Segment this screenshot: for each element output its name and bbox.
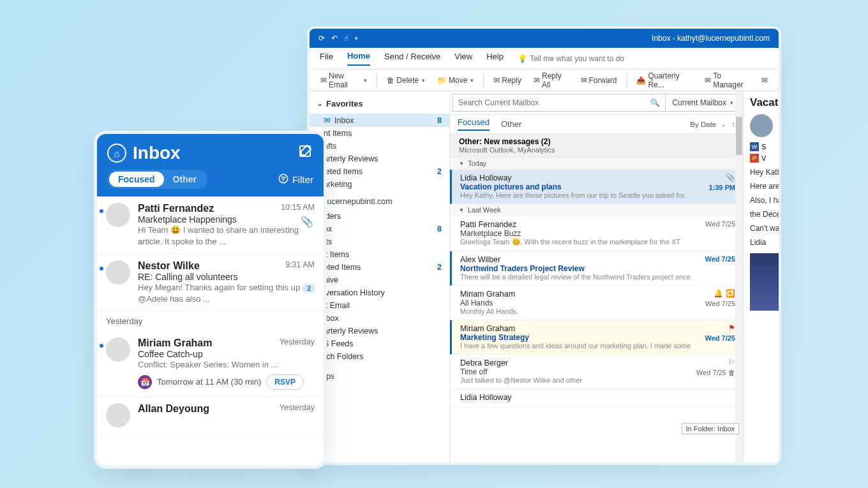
folder-item[interactable]: nt Items	[310, 127, 449, 140]
mobile-time: Yesterday	[280, 403, 315, 412]
quick-step-quarterly[interactable]: 📤 Quarterly Re...	[632, 71, 697, 89]
message-preview: Greetings Team 😊, With the recent buzz i…	[460, 238, 734, 246]
attachment-word[interactable]: W S	[750, 142, 774, 151]
message-from: Miriam Graham	[460, 324, 734, 333]
compose-button[interactable]	[298, 144, 313, 162]
flag-outline-icon: ⚐	[728, 358, 735, 367]
message-preview: Just talked to @Nestor Wilke and other	[460, 376, 734, 384]
groups-header[interactable]: oups	[310, 363, 449, 385]
move-button[interactable]: 📁 Move ▾	[433, 76, 478, 85]
message-from: Lidia Holloway	[460, 393, 734, 402]
reading-body-line: Can't wa	[750, 224, 774, 233]
tab-file[interactable]: File	[320, 52, 333, 65]
forward-button[interactable]: ✉ Forward	[576, 76, 622, 85]
tab-send-receive[interactable]: Send / Receive	[384, 52, 440, 65]
folder-item[interactable]: iversation History	[310, 286, 449, 299]
folder-item[interactable]: it Items	[310, 248, 449, 261]
chevron-down-icon: ▾	[422, 77, 425, 84]
attachment-powerpoint[interactable]: P V	[750, 154, 774, 163]
new-email-button[interactable]: ✉ New Email ▾	[316, 71, 371, 89]
folder-item[interactable]: afts	[310, 140, 449, 152]
reading-body-line: Also, I ha	[750, 196, 774, 205]
folder-tooltip: In Folder: Inbox	[682, 423, 739, 434]
tab-help[interactable]: Help	[486, 52, 504, 65]
folder-item[interactable]: eted Items2	[310, 261, 449, 274]
tab-home[interactable]: Home	[347, 51, 370, 66]
envelope-icon: ✉	[324, 115, 331, 125]
filter-button[interactable]: Filter	[278, 173, 313, 186]
pill-other[interactable]: Other	[164, 172, 206, 187]
mobile-message-item[interactable]: Nestor WilkeRE: Calling all volunteersHe…	[97, 254, 324, 311]
date-group-header[interactable]: ▼Last Week	[450, 204, 743, 216]
unread-count: 2	[437, 167, 442, 176]
message-item[interactable]: 📎Lidia HollowayVacation pictures and pla…	[450, 170, 743, 204]
message-item[interactable]: ⚑Miriam GrahamMarketing StrategyI have a…	[450, 320, 743, 355]
search-icon[interactable]: 🔍	[650, 98, 660, 107]
reply-all-button[interactable]: ✉ Reply All	[529, 71, 573, 89]
folder-item[interactable]: ox8	[310, 223, 449, 235]
quickstep-icon: ✉	[705, 76, 711, 85]
sync-icon[interactable]: ⟳	[318, 34, 325, 43]
reply-button[interactable]: ✉ Reply	[489, 76, 526, 85]
unread-count: 8	[437, 116, 442, 125]
touch-mode-icon[interactable]: ☝︎	[344, 34, 348, 43]
message-list-pane: 🔍 Current Mailbox ▾ Focused Other By Dat…	[450, 91, 744, 462]
folder-item[interactable]: k Email	[310, 299, 449, 312]
sort-dropdown[interactable]: By Date ⌄ ↑	[690, 121, 735, 128]
message-time: Wed 7/25 🗑	[696, 369, 735, 376]
favorites-header[interactable]: ⌄ Favorites	[310, 96, 449, 114]
folder-item[interactable]: tbox	[310, 312, 449, 325]
folder-item[interactable]: hive	[310, 274, 449, 286]
mobile-message-item[interactable]: Allan DeyoungYesterday	[97, 397, 324, 434]
message-item[interactable]: 🔔🔁Miriam GrahamAll HandsMonthly All Hand…	[450, 286, 743, 320]
date-group-header[interactable]: ▼Today	[450, 158, 743, 170]
pill-focused[interactable]: Focused	[109, 172, 164, 187]
pivot-other[interactable]: Other	[501, 119, 522, 129]
rsvp-button[interactable]: RSVP	[266, 374, 304, 390]
focused-other-pivot: Focused Other By Date ⌄ ↑	[450, 115, 743, 134]
quick-step-more[interactable]: ✉	[757, 76, 772, 85]
home-icon[interactable]: ⌂	[107, 144, 126, 163]
qat-caret-icon[interactable]: ▾	[355, 35, 358, 41]
search-input[interactable]: 🔍	[453, 94, 666, 112]
unread-dot	[100, 267, 103, 270]
folder-item[interactable]: arterly Reviews	[310, 325, 449, 337]
inline-image	[750, 253, 779, 311]
message-subject: Marketplace Buzz	[460, 229, 734, 238]
folder-item[interactable]: lders	[310, 210, 449, 223]
message-preview: I have a few questions and ideas around …	[460, 342, 734, 350]
mobile-message-list: Patti FernandezMarketplace HappeningsHi …	[97, 196, 324, 459]
folder-inbox[interactable]: ✉ Inbox 8	[310, 114, 449, 127]
filter-icon	[278, 173, 289, 186]
delete-icon[interactable]: 🗑	[728, 369, 735, 376]
message-item[interactable]: Patti FernandezMarketplace BuzzGreetings…	[450, 216, 743, 251]
mobile-message-item[interactable]: Miriam GrahamCoffee Catch-upConflict: Sp…	[97, 331, 324, 397]
search-field[interactable]	[458, 98, 650, 107]
undo-icon[interactable]: ↶	[331, 34, 338, 43]
folder-item[interactable]: S Feeds	[310, 337, 449, 350]
mobile-message-item[interactable]: Patti FernandezMarketplace HappeningsHi …	[97, 196, 324, 254]
account-header[interactable]: @lucernepubintl.com	[310, 191, 449, 210]
pivot-focused[interactable]: Focused	[458, 117, 490, 131]
search-scope-dropdown[interactable]: Current Mailbox ▾	[666, 94, 740, 112]
delete-button[interactable]: 🗑 Delete ▾	[382, 76, 430, 85]
folder-item[interactable]: arketing	[310, 178, 449, 191]
other-inbox-summary[interactable]: Other: New messages (2) Microsoft Outloo…	[450, 134, 743, 158]
message-list-scrollbar[interactable]	[735, 91, 743, 462]
folder-item[interactable]: fts	[310, 235, 449, 248]
folder-item[interactable]: arterly Reviews	[310, 152, 449, 165]
folder-item[interactable]: leted Items2	[310, 165, 449, 178]
message-item[interactable]: Lidia Holloway	[450, 389, 743, 407]
folder-item[interactable]: rch Folders	[310, 350, 449, 363]
tab-view[interactable]: View	[454, 52, 472, 65]
reading-pane: Vacat W S P V Hey KatlHere areAlso, I ha…	[744, 91, 779, 462]
chevron-down-icon: ⌄	[317, 100, 322, 107]
message-item[interactable]: ⚐Debra BergerTime offJust talked to @Nes…	[450, 355, 743, 389]
quick-step-to-manager[interactable]: ✉ To Manager	[700, 71, 754, 89]
message-preview: Hey Kathy, Here are those pictures from …	[460, 191, 734, 199]
tell-me-search[interactable]: 💡 Tell me what you want to do	[518, 54, 624, 63]
mobile-subject: Coffee Catch-up	[138, 349, 315, 359]
collapse-icon: ▼	[459, 207, 464, 213]
mobile-date-divider: Yesterday	[97, 311, 324, 331]
message-item[interactable]: Alex WilberNorthwind Traders Project Rev…	[450, 251, 743, 286]
